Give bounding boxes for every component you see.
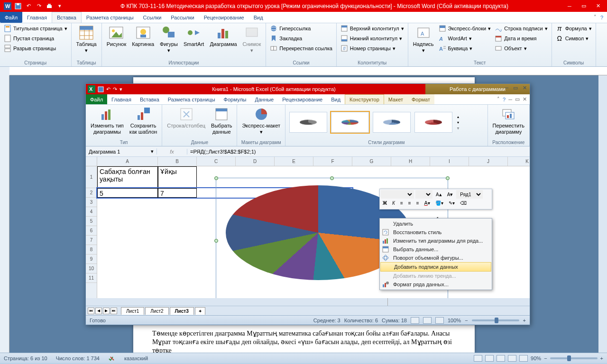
bookmark-button[interactable]: Закладка (269, 34, 333, 43)
mini-bold-icon[interactable]: Ж (381, 199, 389, 207)
mini-outline-icon[interactable]: ✎▾ (447, 199, 457, 207)
mini-grow-font-icon[interactable]: A▴ (434, 190, 444, 199)
ribbon-minimize-icon[interactable]: ˄ (594, 14, 597, 20)
chart-style-4[interactable] (414, 112, 452, 133)
wordart-button[interactable]: AWordArt ▾ (438, 34, 492, 43)
mini-fill-color-icon[interactable]: 🪣▾ (433, 199, 445, 207)
status-words[interactable]: Число слов: 1 734 (56, 355, 100, 361)
view-printlayout-button[interactable] (474, 355, 482, 362)
sheet-tab-3[interactable]: Лист3 (170, 307, 194, 315)
textbox-button[interactable]: AНадпись▾ (411, 24, 436, 55)
view-web-button[interactable] (497, 355, 505, 362)
column-headers[interactable]: A B C D E F G H I J K (97, 157, 530, 166)
status-spellcheck-icon[interactable] (108, 355, 116, 362)
styles-up-icon[interactable]: ▴ (457, 115, 459, 119)
fx-icon[interactable]: fx (157, 149, 187, 155)
footer-button[interactable]: Нижний колонтитул ▾ (340, 34, 405, 43)
excel-undo-icon[interactable]: ↶ (106, 86, 110, 92)
excel-save-icon[interactable] (98, 86, 104, 92)
symbol-button[interactable]: ΩСимвол ▾ (555, 34, 593, 43)
mini-align-left-icon[interactable]: ≡ (398, 199, 405, 207)
pagenum-button[interactable]: #Номер страницы ▾ (340, 44, 405, 53)
redo-icon[interactable]: ↷ (35, 2, 43, 10)
excel-tab-review[interactable]: Рецензирование (278, 94, 327, 104)
menu-select-data[interactable]: Выбрать данные... (380, 245, 492, 254)
excel-inner-close-icon[interactable]: ✕ (523, 96, 527, 102)
new-sheet-button[interactable]: ✦ (195, 307, 205, 315)
excel-help-icon[interactable]: ? (503, 97, 506, 102)
status-language[interactable]: казахский (124, 355, 148, 361)
excel-tab-format[interactable]: Формат (407, 94, 434, 104)
mini-align-right-icon[interactable]: ≡ (414, 199, 421, 207)
excel-tab-data[interactable]: Данные (250, 94, 278, 104)
print-icon[interactable] (46, 2, 53, 10)
chart-style-1[interactable] (289, 112, 327, 133)
sheet-last-icon[interactable]: ⏭ (110, 308, 117, 314)
maximize-button[interactable]: ▭ (579, 3, 588, 9)
mini-italic-icon[interactable]: К (390, 199, 397, 207)
mini-shrink-font-icon[interactable]: A▾ (445, 190, 455, 199)
quickparts-button[interactable]: Экспресс-блоки ▾ (438, 24, 492, 33)
name-box[interactable]: Диаграмма 1▾ (86, 148, 157, 155)
mini-font-color-icon[interactable]: A▾ (422, 199, 432, 207)
page-break-button[interactable]: Разрыв страницы (3, 44, 68, 53)
tab-home[interactable]: Главная (22, 12, 52, 23)
smartart-button[interactable]: SmartArt (182, 24, 206, 48)
hyperlink-button[interactable]: Гиперссылка (269, 24, 333, 33)
excel-tab-layout[interactable]: Разметка страницы (164, 94, 220, 104)
menu-delete[interactable]: Удалить (380, 219, 492, 228)
styles-more-icon[interactable]: ▿ (457, 126, 459, 130)
sheet-tab-1[interactable]: Лист1 (121, 307, 144, 315)
title-page-button[interactable]: Титульная страница ▾ (3, 24, 68, 33)
zoom-level[interactable]: 90% (531, 355, 541, 361)
mini-font-size[interactable] (415, 190, 432, 199)
formula-input[interactable]: =РЯД(;;Лист3!$A$2:$F$2;1) (187, 149, 530, 155)
mini-font-family[interactable] (381, 190, 414, 199)
header-button[interactable]: Верхний колонтитул ▾ (340, 24, 405, 33)
mini-series-select[interactable]: Ряд1 (456, 190, 483, 199)
tab-file[interactable]: Файл (0, 12, 22, 23)
tab-mailings[interactable]: Рассылки (166, 12, 199, 23)
view-draft-button[interactable] (519, 355, 528, 362)
select-all-corner[interactable] (86, 157, 97, 166)
dropcap-button[interactable]: AБуквица ▾ (438, 44, 492, 53)
excel-tab-home[interactable]: Главная (107, 94, 136, 104)
tab-view[interactable]: Вид (249, 12, 268, 23)
excel-tab-file[interactable]: Файл (86, 94, 107, 104)
excel-view-pagebreak-button[interactable] (435, 317, 444, 324)
move-chart-button[interactable]: Переместить диаграмму (491, 106, 526, 136)
excel-minimize-button[interactable]: ─ (505, 85, 508, 91)
switch-row-col-button[interactable]: Строка/столбец (165, 106, 207, 130)
tab-references[interactable]: Ссылки (138, 12, 166, 23)
excel-horizontal-scrollbar[interactable] (387, 298, 530, 306)
chart-button[interactable]: Диаграмма (208, 24, 239, 48)
object-button[interactable]: Объект ▾ (494, 44, 548, 53)
view-fullscreen-button[interactable] (485, 355, 494, 362)
close-button[interactable]: ✕ (594, 3, 602, 9)
excel-tab-insert[interactable]: Вставка (136, 94, 164, 104)
menu-change-type[interactable]: Изменить тип диаграммы для ряда... (380, 237, 492, 245)
excel-zoom-level[interactable]: 100% (448, 318, 461, 323)
sheet-first-icon[interactable]: ⏮ (88, 308, 94, 314)
row-headers[interactable]: 1 234 567 8910 11 (86, 166, 97, 298)
sigline-button[interactable]: Строка подписи ▾ (494, 24, 548, 33)
undo-icon[interactable]: ↶ (25, 2, 32, 10)
shapes-button[interactable]: Фигуры▾ (158, 24, 180, 55)
tab-insert[interactable]: Вставка (52, 12, 82, 23)
styles-down-icon[interactable]: ▾ (457, 120, 459, 125)
sheet-next-icon[interactable]: ▶ (103, 308, 110, 314)
excel-inner-max-icon[interactable]: ▭ (515, 96, 520, 102)
chart-style-3[interactable] (373, 112, 411, 133)
zoom-slider[interactable] (550, 357, 598, 359)
status-page[interactable]: Страница: 6 из 10 (4, 355, 47, 361)
excel-zoom-out-button[interactable]: − (465, 318, 468, 323)
screenshot-button[interactable]: Снимок▾ (241, 24, 263, 55)
change-chart-type-button[interactable]: Изменить тип диаграммы (89, 106, 126, 136)
crossref-button[interactable]: Перекрестная ссылка (269, 44, 333, 53)
menu-format-series[interactable]: Формат ряда данных... (380, 280, 492, 289)
minimize-button[interactable]: ─ (565, 3, 574, 9)
excel-redo-icon[interactable]: ↷ (113, 86, 117, 92)
clipart-button[interactable]: Картинка (130, 24, 156, 48)
excel-close-button[interactable]: ✕ (523, 85, 527, 91)
blank-page-button[interactable]: Пустая страница (3, 34, 68, 43)
